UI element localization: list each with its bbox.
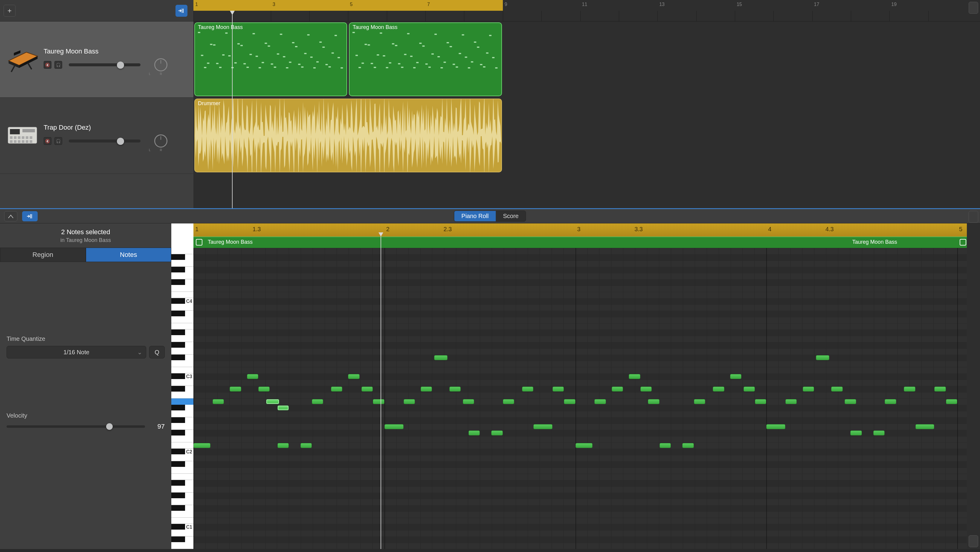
midi-note[interactable] [904, 387, 915, 392]
midi-note[interactable] [594, 399, 606, 404]
playhead[interactable] [232, 11, 232, 208]
midi-note[interactable] [803, 387, 814, 392]
midi-note[interactable] [348, 374, 360, 379]
midi-note[interactable] [193, 443, 210, 448]
midi-note[interactable] [785, 399, 797, 404]
track-row[interactable]: Taureg Moon Bass 🔇 🎧 LR [0, 22, 193, 98]
midi-note[interactable] [503, 399, 514, 404]
midi-note[interactable] [404, 399, 415, 404]
midi-note[interactable] [629, 374, 640, 379]
midi-note[interactable] [845, 399, 856, 404]
midi-note[interactable] [230, 387, 241, 392]
midi-note[interactable] [463, 399, 474, 404]
svg-rect-62 [322, 47, 325, 48]
midi-note[interactable] [552, 387, 564, 392]
midi-note[interactable] [915, 424, 935, 429]
midi-note[interactable] [730, 374, 741, 379]
midi-note[interactable] [816, 355, 829, 360]
midi-note[interactable] [755, 399, 766, 404]
zoom-handle[interactable] [969, 2, 978, 14]
region-area[interactable]: Taureg Moon BassTaureg Moon BassDrummer [193, 22, 980, 208]
midi-note[interactable] [831, 387, 843, 392]
midi-note[interactable] [213, 399, 224, 404]
piano-roll-grid[interactable]: 11.322.333.344.35 Taureg Moon BassTaureg… [193, 224, 967, 549]
midi-note[interactable] [385, 424, 404, 429]
region[interactable]: Taureg Moon Bass [194, 22, 347, 96]
midi-note[interactable] [576, 443, 593, 448]
midi-note[interactable] [522, 387, 533, 392]
arrange-timeline[interactable]: 135791113151719 Taureg Moon BassTaureg M… [193, 0, 980, 208]
mute-button[interactable]: 🔇 [44, 61, 51, 69]
scroll-gutter [967, 224, 980, 549]
zoom-handle[interactable] [969, 211, 978, 223]
midi-note[interactable] [682, 443, 694, 448]
beat-ruler[interactable]: 11.322.333.344.35 [193, 224, 967, 236]
midi-note[interactable] [421, 387, 432, 392]
piano-keyboard[interactable]: C4C3C2C1 [171, 224, 193, 549]
tab-notes[interactable]: Notes [86, 247, 172, 262]
midi-note[interactable] [612, 387, 623, 392]
midi-note[interactable] [564, 399, 575, 404]
midi-note[interactable] [301, 443, 312, 448]
midi-note[interactable] [361, 387, 373, 392]
loop-icon [196, 239, 202, 246]
midi-note[interactable] [449, 387, 461, 392]
midi-note[interactable] [247, 374, 258, 379]
track-row[interactable]: Trap Door (Dez) 🔇 🎧 LR [0, 98, 193, 174]
region[interactable]: Taureg Moon Bass [349, 22, 502, 96]
midi-note[interactable] [946, 399, 957, 404]
svg-rect-53 [295, 46, 298, 47]
midi-note[interactable] [850, 430, 862, 436]
zoom-handle[interactable] [969, 535, 978, 547]
quantize-button[interactable]: Q [149, 346, 165, 358]
midi-note[interactable] [694, 399, 705, 404]
midi-note[interactable] [491, 430, 503, 436]
midi-note[interactable] [885, 399, 896, 404]
bar-ruler-minor[interactable] [193, 11, 980, 22]
headphone-button[interactable]: 🎧 [54, 137, 62, 145]
midi-note[interactable] [713, 387, 724, 392]
quantize-select[interactable]: 1/16 Note ⌄ [6, 346, 146, 358]
midi-note[interactable] [660, 443, 671, 448]
region[interactable]: Drummer [194, 98, 502, 172]
midi-note[interactable] [373, 399, 384, 404]
pan-knob[interactable] [154, 58, 167, 71]
volume-slider[interactable] [69, 140, 140, 143]
key-label: C3 [186, 374, 192, 379]
midi-note[interactable] [312, 399, 323, 404]
midi-note[interactable] [434, 355, 447, 360]
midi-note[interactable] [934, 387, 946, 392]
pan-knob[interactable] [154, 135, 167, 148]
tab-piano-roll[interactable]: Piano Roll [454, 211, 496, 221]
catch-playhead-editor-button[interactable] [22, 211, 38, 221]
midi-note[interactable] [873, 430, 885, 436]
headphone-button[interactable]: 🎧 [54, 61, 62, 69]
bar-ruler[interactable]: 135791113151719 [193, 0, 980, 11]
region-header-bar[interactable]: Taureg Moon BassTaureg Moon Bass [193, 236, 967, 248]
midi-note[interactable] [648, 399, 659, 404]
catch-playhead-button[interactable] [175, 5, 188, 17]
key-label: C2 [186, 449, 192, 455]
midi-note[interactable] [766, 424, 785, 429]
midi-note[interactable] [277, 405, 289, 411]
add-track-button[interactable]: + [3, 5, 16, 17]
playhead[interactable] [380, 236, 381, 549]
velocity-slider[interactable] [6, 425, 145, 428]
midi-note[interactable] [266, 399, 280, 404]
collapse-editor-button[interactable] [4, 211, 18, 221]
tab-region[interactable]: Region [0, 247, 86, 262]
volume-slider[interactable] [69, 63, 140, 66]
tab-score[interactable]: Score [496, 211, 526, 221]
midi-note[interactable] [258, 387, 270, 392]
midi-note[interactable] [640, 387, 652, 392]
midi-note[interactable] [331, 387, 342, 392]
mute-button[interactable]: 🔇 [44, 137, 51, 145]
svg-rect-12 [22, 136, 24, 139]
midi-note[interactable] [533, 424, 552, 429]
midi-note[interactable] [468, 430, 480, 436]
svg-rect-50 [286, 67, 288, 68]
midi-note[interactable] [743, 387, 755, 392]
svg-rect-108 [471, 61, 473, 62]
midi-note[interactable] [277, 443, 289, 448]
svg-rect-11 [18, 136, 21, 139]
